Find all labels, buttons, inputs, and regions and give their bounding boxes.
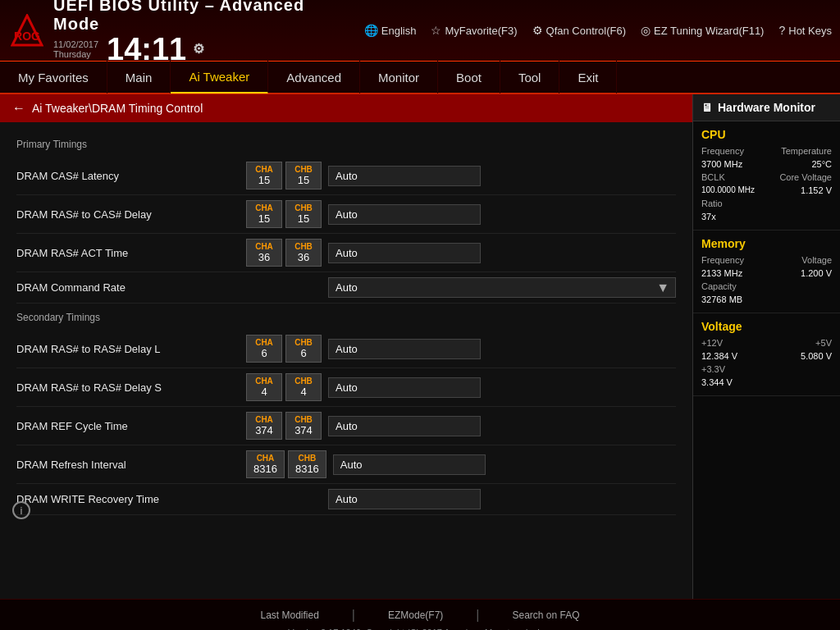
- chb-chip-refresh: CHB 8316: [288, 450, 326, 478]
- chb-chip-ras-act: CHB 36: [285, 239, 322, 267]
- cha-chip-ras-act: CHA 36: [246, 239, 282, 267]
- chb-chip-ras-ras-s: CHB 4: [285, 373, 322, 401]
- chb-chip-ras-ras-l: CHB 6: [285, 335, 322, 363]
- cpu-title: CPU: [701, 128, 832, 141]
- ras-ras-s-input[interactable]: [328, 377, 481, 398]
- cas-input-wrap: [328, 166, 676, 186]
- nav-exit[interactable]: Exit: [559, 61, 617, 94]
- globe-icon: 🌐: [364, 24, 378, 37]
- row-label-ref-cycle: DRAM REF Cycle Time: [16, 420, 246, 432]
- cpu-cv-label: Core Voltage: [779, 172, 832, 182]
- chip-pair: CHA 6 CHB 6: [246, 335, 322, 363]
- mem-freq-row: Frequency Voltage: [701, 255, 832, 265]
- voltage-section: Voltage +12V +5V 12.384 V 5.080 V +3.3V …: [693, 313, 840, 396]
- hotkeys-tool[interactable]: ? Hot Keys: [778, 24, 832, 37]
- table-row: DRAM CAS# Latency CHA 15 CHB 15: [16, 157, 676, 195]
- refresh-input[interactable]: [333, 454, 486, 475]
- hotkeys-icon: ?: [778, 24, 785, 37]
- mem-cap-val: 32768 MB: [701, 294, 832, 304]
- left-panel: ← Ai Tweaker\DRAM Timing Control Primary…: [0, 94, 692, 599]
- cpu-bclk-row: BCLK Core Voltage: [701, 172, 832, 182]
- settings-icon[interactable]: ⚙: [193, 43, 204, 56]
- myfavorite-tool[interactable]: ☆ MyFavorite(F3): [431, 24, 517, 37]
- info-area: i: [0, 523, 692, 556]
- cha-val-cas: 15: [253, 174, 275, 186]
- ref-cycle-input-wrap: [328, 416, 676, 436]
- row-label-ras-cas: DRAM RAS# to CAS# Delay: [16, 208, 246, 221]
- hotkeys-label: Hot Keys: [788, 25, 832, 37]
- table-row: DRAM RAS# to CAS# Delay CHA 15 CHB 15: [16, 195, 676, 234]
- mem-voltage-val: 1.200 V: [801, 268, 832, 278]
- nav-tool[interactable]: Tool: [500, 61, 560, 94]
- v33-label: +3.3V: [701, 364, 725, 374]
- table-row: DRAM Refresh Interval CHA 8316 CHB 8316: [16, 445, 676, 484]
- nav-favorites[interactable]: My Favorites: [0, 61, 107, 94]
- row-label-ras-act: DRAM RAS# ACT Time: [16, 247, 246, 259]
- voltage-title: Voltage: [701, 320, 832, 333]
- monitor-icon: 🖥: [701, 101, 713, 114]
- ras-act-input-wrap: [328, 243, 676, 263]
- chb-chip-ras-cas: CHB 15: [285, 200, 322, 228]
- cas-latency-input[interactable]: [328, 166, 481, 186]
- memory-title: Memory: [701, 237, 832, 250]
- cpu-temp-label: Temperature: [781, 146, 832, 156]
- primary-timings-label: Primary Timings: [16, 139, 676, 150]
- hw-monitor-title: Hardware Monitor: [718, 101, 815, 114]
- row-label-ras-ras-s: DRAM RAS# to RAS# Delay S: [16, 381, 246, 394]
- write-recovery-input[interactable]: [328, 489, 481, 509]
- favorite-icon: ☆: [431, 24, 441, 37]
- nav-aitweaker[interactable]: Ai Tweaker: [171, 61, 268, 94]
- table-row: DRAM WRITE Recovery Time: [16, 484, 676, 515]
- ras-ras-l-input[interactable]: [328, 339, 481, 359]
- qfan-tool[interactable]: ⚙ Qfan Control(F6): [532, 24, 627, 37]
- table-row: DRAM RAS# to RAS# Delay S CHA 4 CHB 4: [16, 368, 676, 407]
- info-icon[interactable]: i: [12, 501, 30, 519]
- ras-ras-s-input-wrap: [328, 377, 676, 398]
- cpu-temp-val: 25°C: [811, 159, 832, 169]
- cmd-rate-input-wrap: Auto ▼: [328, 277, 676, 298]
- right-panel: 🖥 Hardware Monitor CPU Frequency Tempera…: [692, 94, 840, 599]
- header-tools: 🌐 English ☆ MyFavorite(F3) ⚙ Qfan Contro…: [364, 24, 832, 37]
- cmd-rate-select[interactable]: Auto: [328, 277, 676, 298]
- ras-cas-input[interactable]: [328, 204, 481, 225]
- v33-row: +3.3V: [701, 364, 832, 374]
- main-layout: ← Ai Tweaker\DRAM Timing Control Primary…: [0, 94, 840, 599]
- chip-pair: CHA 374 CHB 374: [246, 412, 322, 440]
- svg-text:ROG: ROG: [14, 30, 40, 43]
- nav-boot[interactable]: Boot: [438, 61, 500, 94]
- cpu-section: CPU Frequency Temperature 3700 MHz 25°C …: [693, 121, 840, 231]
- ref-cycle-input[interactable]: [328, 416, 481, 436]
- breadcrumb-text: Ai Tweaker\DRAM Timing Control: [32, 102, 203, 115]
- ez-mode-link[interactable]: EZMode(F7): [388, 609, 443, 621]
- ras-act-input[interactable]: [328, 243, 481, 263]
- mem-voltage-label: Voltage: [801, 255, 832, 265]
- ez-icon: ◎: [641, 24, 651, 37]
- last-modified-link[interactable]: Last Modified: [260, 609, 318, 621]
- v5-label: +5V: [815, 338, 832, 348]
- nav-advanced[interactable]: Advanced: [268, 61, 360, 94]
- search-faq-link[interactable]: Search on FAQ: [513, 609, 580, 621]
- cpu-cv-val: 1.152 V: [801, 185, 832, 195]
- header: ROG UEFI BIOS Utility – Advanced Mode 11…: [0, 0, 840, 62]
- english-tool[interactable]: 🌐 English: [364, 24, 417, 37]
- v12-label: +12V: [701, 338, 723, 348]
- v5-val: 5.080 V: [801, 351, 832, 361]
- myfavorite-label: MyFavorite(F3): [445, 25, 517, 37]
- refresh-input-wrap: [333, 454, 676, 475]
- eztuning-tool[interactable]: ◎ EZ Tuning Wizard(F11): [641, 24, 764, 37]
- chip-pair: CHA 15 CHB 15: [246, 200, 322, 228]
- v12-row: +12V +5V: [701, 338, 832, 348]
- mem-cap-row: Capacity: [701, 281, 832, 291]
- eztuning-label: EZ Tuning Wizard(F11): [654, 25, 764, 37]
- footer-nav: Last Modified | EZMode(F7) | Search on F…: [260, 608, 579, 623]
- table-row: DRAM RAS# ACT Time CHA 36 CHB 36: [16, 234, 676, 272]
- breadcrumb: ← Ai Tweaker\DRAM Timing Control: [0, 94, 692, 122]
- nav-monitor[interactable]: Monitor: [360, 61, 438, 94]
- write-recovery-input-wrap: [328, 489, 676, 509]
- back-arrow-icon[interactable]: ←: [12, 101, 25, 116]
- row-label-cmd-rate: DRAM Command Rate: [16, 281, 246, 294]
- mem-freq-val-row: 2133 MHz 1.200 V: [701, 268, 832, 278]
- nav-main[interactable]: Main: [107, 61, 171, 94]
- chb-val-cas: 15: [293, 174, 314, 186]
- cpu-bclk-label: BCLK: [701, 172, 725, 182]
